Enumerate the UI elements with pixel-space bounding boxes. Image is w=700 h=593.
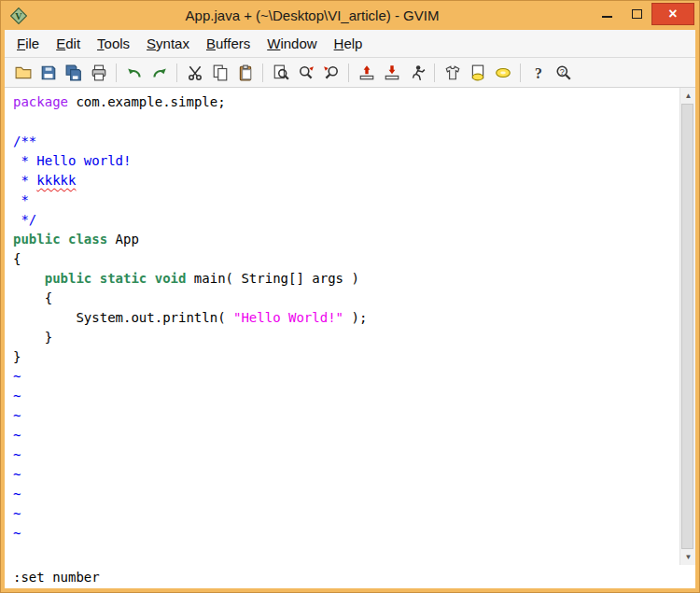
toolbar-separator bbox=[116, 64, 117, 82]
window-title: App.java + (~\Desktop\VI_article) - GVIM bbox=[33, 7, 592, 23]
tilde-marker: ~ bbox=[13, 506, 21, 521]
save-session-button[interactable] bbox=[379, 61, 404, 85]
find-next-button[interactable] bbox=[293, 61, 318, 85]
load-session-icon bbox=[358, 64, 375, 81]
minimize-icon bbox=[602, 16, 612, 18]
editor-line: * kkkkk bbox=[13, 171, 675, 191]
editor-line: ~ bbox=[13, 367, 675, 387]
menu-help[interactable]: Help bbox=[326, 32, 371, 55]
editor-line: { bbox=[13, 249, 675, 269]
toolbar: ?? bbox=[5, 58, 695, 88]
toolbar-separator bbox=[434, 64, 435, 82]
code-segment: main( String[] args ) bbox=[186, 271, 358, 286]
vim-logo-icon: V bbox=[10, 7, 27, 24]
make-icon bbox=[444, 64, 461, 81]
save-button[interactable] bbox=[35, 61, 61, 85]
undo-button[interactable] bbox=[121, 61, 147, 85]
code-segment: System.out.println( bbox=[13, 310, 233, 325]
scroll-up-button[interactable]: ▲ bbox=[680, 88, 695, 104]
code-segment: public static void bbox=[45, 271, 187, 286]
code-segment: ); bbox=[343, 310, 367, 325]
cut-icon bbox=[187, 64, 203, 81]
code-segment: com.example.simple; bbox=[68, 94, 226, 109]
menu-file[interactable]: File bbox=[8, 32, 48, 55]
editor-line: } bbox=[13, 328, 675, 347]
editor-line: ~ bbox=[13, 524, 675, 544]
save-all-button[interactable] bbox=[61, 61, 86, 85]
editor-line: * bbox=[13, 191, 675, 210]
menu-syntax[interactable]: Syntax bbox=[138, 32, 198, 55]
menu-tools[interactable]: Tools bbox=[89, 32, 138, 55]
find-help-icon: ? bbox=[555, 64, 572, 81]
command-line[interactable]: :set number bbox=[5, 565, 695, 588]
editor-line: ~ bbox=[13, 465, 675, 485]
menu-buffers[interactable]: Buffers bbox=[198, 32, 259, 55]
close-icon: × bbox=[668, 7, 677, 21]
undo-icon bbox=[126, 64, 143, 81]
paste-button[interactable] bbox=[232, 61, 258, 85]
editor[interactable]: package com.example.simple; /** * Hello … bbox=[5, 88, 695, 565]
print-button[interactable] bbox=[86, 61, 111, 85]
tilde-marker: ~ bbox=[13, 467, 21, 482]
editor-area: package com.example.simple; /** * Hello … bbox=[5, 88, 695, 565]
run-script-icon bbox=[409, 64, 426, 81]
open-button[interactable] bbox=[10, 61, 35, 85]
load-session-button[interactable] bbox=[354, 61, 379, 85]
editor-line: * Hello world! bbox=[13, 151, 675, 171]
tilde-marker: ~ bbox=[13, 428, 21, 443]
editor-line bbox=[13, 112, 675, 132]
make-button[interactable] bbox=[440, 61, 465, 85]
scrollbar-thumb[interactable] bbox=[681, 104, 693, 549]
toolbar-separator bbox=[520, 64, 521, 82]
open-icon bbox=[15, 64, 32, 81]
print-icon bbox=[91, 64, 107, 81]
editor-line: */ bbox=[13, 210, 675, 230]
find-replace-button[interactable] bbox=[268, 61, 293, 85]
scroll-down-button[interactable]: ▼ bbox=[680, 549, 695, 565]
tilde-marker: ~ bbox=[13, 369, 21, 384]
run-ctags-icon bbox=[469, 64, 486, 81]
editor-line: ~ bbox=[13, 387, 675, 406]
code-segment bbox=[13, 271, 45, 286]
svg-text:?: ? bbox=[535, 64, 542, 80]
save-icon bbox=[40, 64, 57, 81]
code-segment: } bbox=[13, 349, 21, 364]
editor-line: { bbox=[13, 289, 675, 308]
caption-buttons: × bbox=[592, 1, 695, 30]
help-icon: ? bbox=[530, 64, 547, 81]
code-segment: { bbox=[13, 251, 21, 266]
code-segment: * bbox=[13, 192, 29, 207]
help-button[interactable]: ? bbox=[525, 61, 551, 85]
menu-edit[interactable]: Edit bbox=[48, 32, 89, 55]
tag-jump-button[interactable] bbox=[490, 61, 515, 85]
editor-line: package com.example.simple; bbox=[13, 92, 675, 112]
scrollbar[interactable]: ▲ ▼ bbox=[679, 88, 695, 565]
menubar: FileEditToolsSyntaxBuffersWindowHelp bbox=[5, 30, 695, 58]
menu-window[interactable]: Window bbox=[259, 32, 325, 55]
toolbar-separator bbox=[176, 64, 177, 82]
find-prev-icon bbox=[323, 64, 340, 81]
editor-line: public class App bbox=[13, 230, 675, 249]
find-replace-icon bbox=[273, 64, 289, 81]
copy-icon bbox=[212, 64, 229, 81]
find-help-button[interactable]: ? bbox=[551, 61, 576, 85]
code-segment: } bbox=[13, 330, 52, 345]
run-ctags-button[interactable] bbox=[465, 61, 490, 85]
editor-line: ~ bbox=[13, 445, 675, 465]
code-segment: public class bbox=[13, 232, 107, 247]
toolbar-separator bbox=[262, 64, 263, 82]
copy-button[interactable] bbox=[207, 61, 232, 85]
find-prev-button[interactable] bbox=[318, 61, 343, 85]
close-button[interactable]: × bbox=[651, 3, 694, 25]
cut-button[interactable] bbox=[182, 61, 207, 85]
editor-line: ~ bbox=[13, 426, 675, 445]
editor-line: System.out.println( "Hello World!" ); bbox=[13, 308, 675, 328]
maximize-icon bbox=[632, 9, 642, 19]
maximize-button[interactable] bbox=[622, 3, 651, 25]
run-script-button[interactable] bbox=[404, 61, 429, 85]
tilde-marker: ~ bbox=[13, 487, 21, 501]
tag-jump-icon bbox=[495, 64, 511, 81]
redo-button[interactable] bbox=[147, 61, 172, 85]
minimize-button[interactable] bbox=[592, 3, 622, 25]
editor-line: ~ bbox=[13, 485, 675, 504]
